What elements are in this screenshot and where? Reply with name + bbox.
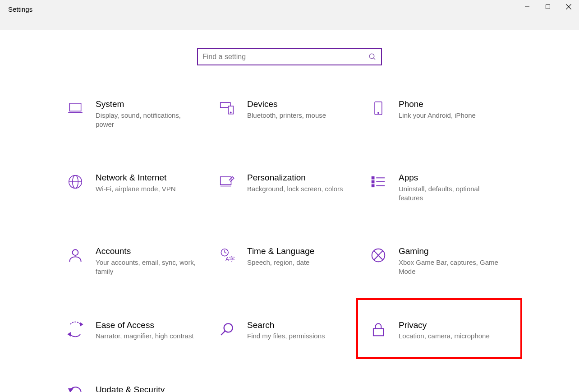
category-desc: Speech, region, date [247,258,314,267]
titlebar: Settings [0,0,579,30]
svg-rect-18 [372,177,374,179]
svg-point-12 [378,112,379,113]
category-search[interactable]: Search Find my files, permissions [217,318,362,343]
category-title: Apps [399,172,502,184]
category-system[interactable]: System Display, sound, notifications, po… [66,97,210,131]
window-controls [517,0,579,14]
category-desc: Narrator, magnifier, high contrast [96,332,194,341]
lock-icon [369,320,388,339]
window-title: Settings [0,0,41,18]
category-phone[interactable]: Phone Link your Android, iPhone [369,97,513,131]
phone-icon [369,99,388,118]
svg-marker-35 [69,388,73,391]
category-title: Update & Security [96,384,199,392]
category-devices[interactable]: Devices Bluetooth, printers, mouse [217,97,362,131]
category-gaming[interactable]: Gaming Xbox Game Bar, captures, Game Mod… [369,244,513,278]
category-title: Search [247,320,325,331]
category-desc: Display, sound, notifications, power [96,111,199,129]
svg-rect-34 [373,328,383,336]
category-update-security[interactable]: Update & Security Windows Update, recove… [66,383,210,392]
svg-rect-1 [546,5,550,9]
svg-point-10 [230,112,231,113]
globe-icon [66,172,85,191]
content-area: System Display, sound, notifications, po… [0,30,579,392]
category-network[interactable]: Network & Internet Wi-Fi, airplane mode,… [66,171,210,204]
category-desc: Background, lock screen, colors [247,184,343,194]
ease-of-access-icon [66,320,85,339]
settings-grid: System Display, sound, notifications, po… [0,97,579,392]
devices-icon [217,99,236,118]
category-title: Accounts [96,246,199,257]
search-input[interactable] [202,53,368,61]
maximize-button[interactable] [538,0,558,14]
svg-point-4 [369,54,374,59]
svg-point-24 [73,250,78,256]
svg-line-5 [373,58,375,60]
svg-marker-30 [80,323,83,325]
svg-line-27 [225,253,226,254]
svg-rect-22 [372,185,374,187]
category-title: Time & Language [247,246,314,257]
category-desc: Bluetooth, printers, mouse [247,111,326,120]
svg-text:A字: A字 [225,256,235,263]
category-accounts[interactable]: Accounts Your accounts, email, sync, wor… [66,244,210,278]
svg-marker-31 [68,332,70,335]
sync-icon [66,384,85,392]
category-title: System [96,99,199,110]
minimize-button[interactable] [517,0,538,14]
search-box[interactable] [197,48,382,65]
magnifier-icon [217,320,236,339]
svg-point-32 [224,323,233,332]
category-title: Devices [247,99,326,110]
person-icon [66,246,85,265]
svg-rect-16 [221,177,231,184]
laptop-icon [66,99,85,118]
category-title: Personalization [247,172,343,184]
paintbrush-icon [217,172,236,191]
category-desc: Wi-Fi, airplane mode, VPN [96,184,176,194]
category-title: Gaming [399,246,502,257]
category-title: Ease of Access [96,320,194,331]
apps-list-icon [369,172,388,191]
category-desc: Find my files, permissions [247,332,325,341]
category-title: Privacy [399,320,490,331]
svg-rect-20 [372,181,374,183]
category-title: Network & Internet [96,172,176,184]
search-icon [368,53,377,61]
category-desc: Xbox Game Bar, captures, Game Mode [399,258,502,277]
close-button[interactable] [558,0,579,14]
svg-line-33 [221,331,225,335]
search-container [0,48,579,65]
category-desc: Uninstall, defaults, optional features [399,184,502,203]
time-language-icon: A字 [217,246,236,265]
category-time-language[interactable]: A字 Time & Language Speech, region, date [217,244,362,278]
xbox-icon [369,246,388,265]
category-privacy[interactable]: Privacy Location, camera, microphone [369,318,513,343]
category-desc: Link your Android, iPhone [399,111,476,120]
category-desc: Location, camera, microphone [399,332,490,341]
category-desc: Your accounts, email, sync, work, family [96,258,199,277]
category-title: Phone [399,99,476,110]
category-apps[interactable]: Apps Uninstall, defaults, optional featu… [369,171,513,204]
svg-rect-6 [69,103,81,111]
category-ease-of-access[interactable]: Ease of Access Narrator, magnifier, high… [66,318,210,343]
category-personalization[interactable]: Personalization Background, lock screen,… [217,171,362,204]
